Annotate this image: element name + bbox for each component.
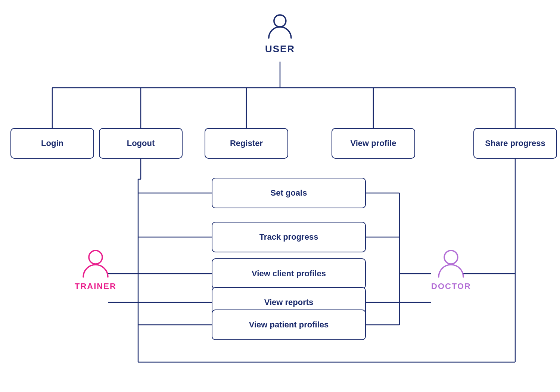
svg-point-28 xyxy=(274,15,286,27)
track-progress-box[interactable]: Track progress xyxy=(212,222,366,252)
login-box[interactable]: Login xyxy=(10,128,94,159)
user-icon: USER xyxy=(265,11,295,55)
svg-point-30 xyxy=(444,251,458,264)
diagram: USER Login Logout Register View profile … xyxy=(0,0,560,392)
logout-box[interactable]: Logout xyxy=(99,128,183,159)
view-client-profiles-box[interactable]: View client profiles xyxy=(212,258,366,289)
user-label: USER xyxy=(265,43,295,55)
view-patient-profiles-box[interactable]: View patient profiles xyxy=(212,309,366,340)
set-goals-box[interactable]: Set goals xyxy=(212,178,366,208)
view-profile-box[interactable]: View profile xyxy=(332,128,415,159)
trainer-icon: TRAINER xyxy=(75,246,116,291)
share-progress-box[interactable]: Share progress xyxy=(473,128,557,159)
register-box[interactable]: Register xyxy=(205,128,288,159)
svg-point-29 xyxy=(89,251,102,264)
doctor-label: DOCTOR xyxy=(431,281,471,291)
doctor-icon: DOCTOR xyxy=(431,246,471,291)
trainer-label: TRAINER xyxy=(75,281,116,291)
